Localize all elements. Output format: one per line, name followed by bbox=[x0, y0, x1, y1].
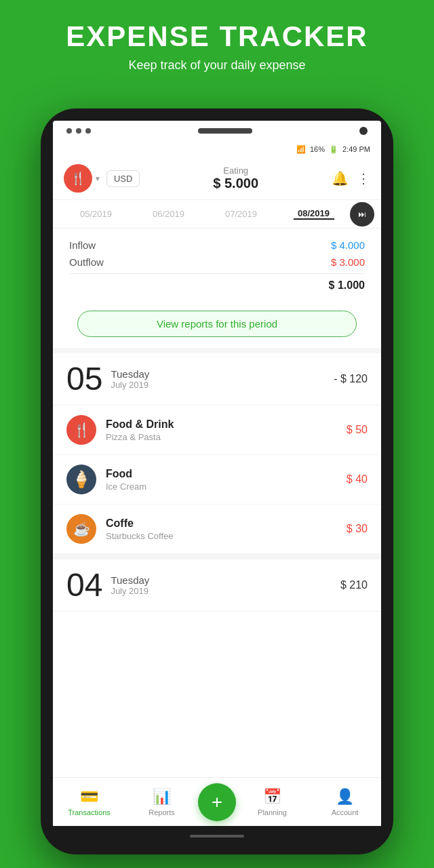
account-icon: 👤 bbox=[336, 788, 354, 806]
nav-actions: 🔔 ⋮ bbox=[332, 170, 370, 186]
app-subtitle: Keep track of your daily expense bbox=[14, 58, 420, 73]
coffee-icon: ☕ bbox=[66, 514, 96, 544]
transaction-list: 05 Tuesday July 2019 - $ 120 🍴 Food & Dr… bbox=[53, 353, 381, 777]
status-bar: 📶 16% 🔋 2:49 PM bbox=[53, 141, 381, 157]
app-title: EXPENSE TRACKER bbox=[14, 20, 420, 53]
add-button[interactable]: + bbox=[198, 783, 236, 821]
trans-sub-1: Ice Cream bbox=[106, 481, 347, 492]
sensor-dot bbox=[76, 128, 81, 134]
speaker bbox=[198, 128, 252, 134]
date-number-0: 05 bbox=[66, 363, 102, 395]
date-group-header-1: 04 Tuesday July 2019 $ 210 bbox=[53, 559, 381, 612]
summary-total: $ 1.000 bbox=[69, 279, 365, 292]
summary-section: Inflow $ 4.000 Outflow $ 3.000 $ 1.000 bbox=[53, 229, 381, 302]
time-display: 2:49 PM bbox=[342, 145, 370, 153]
phone-bottom bbox=[53, 826, 381, 846]
inflow-row: Inflow $ 4.000 bbox=[69, 239, 365, 251]
inflow-amount: $ 4.000 bbox=[331, 239, 365, 251]
trans-name-2: Coffe bbox=[106, 517, 347, 530]
transactions-icon: 💳 bbox=[80, 788, 98, 806]
date-month-1: July 2019 bbox=[111, 586, 149, 596]
month-tab-1[interactable]: 06/2019 bbox=[132, 201, 205, 227]
tab-transactions[interactable]: 💳 Transactions bbox=[53, 788, 125, 816]
inflow-label: Inflow bbox=[69, 239, 96, 251]
section-separator bbox=[53, 348, 381, 353]
date-month-0: July 2019 bbox=[111, 380, 149, 390]
nav-category: Eating bbox=[140, 165, 332, 176]
transaction-item-1[interactable]: 🍦 Food Ice Cream $ 40 bbox=[53, 455, 381, 505]
planning-label: Planning bbox=[258, 808, 287, 816]
date-info-1: Tuesday July 2019 bbox=[111, 574, 149, 596]
date-number-1: 04 bbox=[66, 569, 102, 601]
plus-icon: + bbox=[212, 791, 222, 813]
sensor-dot bbox=[85, 128, 91, 134]
nav-center: Eating $ 5.000 bbox=[140, 165, 332, 191]
outflow-row: Outflow $ 3.000 bbox=[69, 256, 365, 268]
dropdown-arrow-icon: ▼ bbox=[94, 175, 101, 182]
reports-icon: 📊 bbox=[153, 788, 171, 806]
trans-name-0: Food & Drink bbox=[106, 418, 347, 431]
top-nav: 🍴 ▼ USD Eating $ 5.000 🔔 ⋮ bbox=[53, 157, 381, 200]
phone-top-bar bbox=[53, 121, 381, 141]
battery-level: 16% bbox=[310, 145, 325, 153]
month-tab-3[interactable]: 08/2019 bbox=[277, 200, 350, 228]
logo-button[interactable]: 🍴 bbox=[64, 164, 92, 193]
bottom-nav: 💳 Transactions 📊 Reports + 📅 Planning 👤 … bbox=[53, 777, 381, 826]
trans-details-0: Food & Drink Pizza & Pasta bbox=[106, 418, 347, 442]
more-options-icon[interactable]: ⋮ bbox=[357, 170, 370, 186]
trans-name-1: Food bbox=[106, 468, 347, 480]
home-indicator bbox=[190, 835, 244, 837]
phone-sensors bbox=[66, 128, 91, 134]
date-group-header-0: 05 Tuesday July 2019 - $ 120 bbox=[53, 353, 381, 406]
nav-amount: $ 5.000 bbox=[140, 176, 332, 191]
food-drink-icon: 🍴 bbox=[66, 415, 96, 445]
reports-label: Reports bbox=[149, 808, 175, 816]
fork-knife-icon: 🍴 bbox=[71, 171, 85, 186]
month-tab-2[interactable]: 07/2019 bbox=[205, 201, 277, 227]
transaction-item-0[interactable]: 🍴 Food & Drink Pizza & Pasta $ 50 bbox=[53, 406, 381, 455]
outflow-amount: $ 3.000 bbox=[331, 256, 365, 268]
phone-screen: 🍴 ▼ USD Eating $ 5.000 🔔 ⋮ 05/2019 06/20… bbox=[53, 157, 381, 826]
phone-frame: 📶 16% 🔋 2:49 PM 🍴 ▼ USD Eating $ 5.000 🔔… bbox=[41, 108, 393, 854]
trans-sub-2: Starbucks Coffee bbox=[106, 531, 347, 541]
trans-amount-0: $ 50 bbox=[347, 424, 368, 436]
currency-button[interactable]: USD bbox=[106, 170, 140, 187]
date-info-0: Tuesday July 2019 bbox=[111, 368, 149, 390]
signal-icon: 📶 bbox=[296, 145, 306, 154]
account-label: Account bbox=[332, 808, 359, 816]
month-next-button[interactable]: ⏭ bbox=[350, 202, 374, 226]
trans-details-1: Food Ice Cream bbox=[106, 468, 347, 492]
camera bbox=[359, 127, 368, 135]
tab-account[interactable]: 👤 Account bbox=[309, 788, 381, 816]
date-total-0: - $ 120 bbox=[334, 373, 368, 385]
trans-amount-1: $ 40 bbox=[347, 473, 368, 486]
tab-planning[interactable]: 📅 Planning bbox=[236, 788, 309, 816]
transaction-item-2[interactable]: ☕ Coffe Starbucks Coffee $ 30 bbox=[53, 505, 381, 554]
planning-icon: 📅 bbox=[263, 788, 281, 806]
month-tab-0[interactable]: 05/2019 bbox=[60, 201, 132, 227]
section-separator-2 bbox=[53, 554, 381, 559]
trans-sub-0: Pizza & Pasta bbox=[106, 432, 347, 442]
battery-icon: 🔋 bbox=[329, 145, 338, 154]
trans-details-2: Coffe Starbucks Coffee bbox=[106, 517, 347, 541]
summary-divider bbox=[69, 273, 365, 274]
sensor-dot bbox=[66, 128, 72, 134]
tab-reports[interactable]: 📊 Reports bbox=[125, 788, 198, 816]
month-selector: 05/2019 06/2019 07/2019 08/2019 ⏭ bbox=[53, 200, 381, 229]
trans-amount-2: $ 30 bbox=[347, 523, 368, 535]
date-total-1: $ 210 bbox=[340, 579, 368, 591]
date-day-0: Tuesday bbox=[111, 368, 149, 380]
transactions-label: Transactions bbox=[68, 808, 111, 816]
outflow-label: Outflow bbox=[69, 256, 104, 268]
bell-icon[interactable]: 🔔 bbox=[332, 170, 349, 186]
date-day-1: Tuesday bbox=[111, 574, 149, 586]
view-reports-button[interactable]: View reports for this period bbox=[77, 311, 356, 337]
food-icon: 🍦 bbox=[66, 465, 96, 494]
